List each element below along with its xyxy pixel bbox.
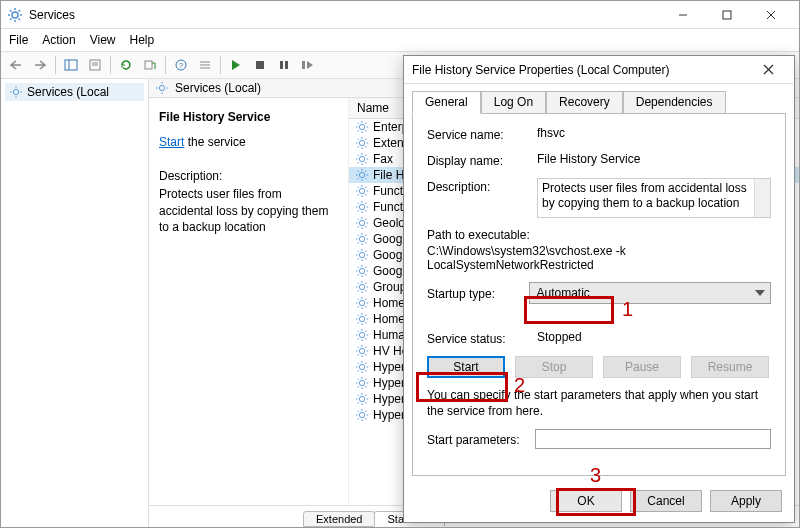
svg-line-145 [365,306,366,307]
svg-point-130 [359,284,364,289]
gear-icon [355,280,369,294]
tab-general[interactable]: General [412,91,481,114]
svg-marker-213 [755,290,765,296]
svg-point-121 [359,268,364,273]
value-display-name: File History Service [537,152,771,166]
pause-button: Pause [603,356,681,378]
svg-point-139 [359,300,364,305]
ok-button[interactable]: OK [550,490,622,512]
svg-line-137 [365,283,366,284]
label-startup: Startup type: [427,285,519,301]
nav-root[interactable]: Services (Local [5,83,144,101]
svg-rect-27 [285,61,288,69]
svg-point-49 [359,140,364,145]
params-input[interactable] [535,429,771,449]
nav-root-label: Services (Local [27,85,109,99]
label-path: Path to executable: [427,228,771,242]
service-name: Fax [373,152,393,166]
main-header-label: Services (Local) [175,81,261,95]
description-box: Protects user files from accidental loss… [537,178,771,218]
chevron-down-icon [752,285,768,301]
value-path: C:\Windows\system32\svchost.exe -k Local… [427,244,771,272]
svg-line-135 [358,283,359,284]
svg-marker-24 [232,60,240,70]
label-status: Service status: [427,330,527,346]
apply-button[interactable]: Apply [710,490,782,512]
desc-text: Protects user files from accidental loss… [159,186,338,235]
svg-line-91 [365,210,366,211]
svg-line-5 [10,10,12,12]
cancel-button[interactable]: Cancel [630,490,702,512]
gear-icon [355,120,369,134]
minimize-button[interactable] [661,3,705,27]
back-icon[interactable] [5,54,27,76]
svg-line-54 [358,139,359,140]
svg-line-81 [358,187,359,188]
refresh-icon[interactable] [115,54,137,76]
label-description: Description: [427,178,527,194]
svg-line-100 [365,226,366,227]
svg-line-102 [358,226,359,227]
properties-icon[interactable] [84,54,106,76]
dialog-close-button[interactable] [750,59,786,81]
export-icon[interactable] [139,54,161,76]
svg-line-181 [365,370,366,371]
svg-line-182 [365,363,366,364]
svg-line-172 [365,354,366,355]
list-icon[interactable] [194,54,216,76]
svg-rect-25 [256,61,264,69]
forward-icon[interactable] [29,54,51,76]
start-button[interactable]: Start [427,356,505,378]
svg-line-128 [365,267,366,268]
svg-line-109 [365,242,366,243]
menu-file[interactable]: File [9,33,28,47]
tab-logon[interactable]: Log On [481,91,546,114]
maximize-button[interactable] [705,3,749,27]
description-scrollbar[interactable] [754,179,770,217]
tab-recovery[interactable]: Recovery [546,91,623,114]
svg-line-200 [365,395,366,396]
menu-view[interactable]: View [90,33,116,47]
svg-line-119 [365,251,366,252]
svg-line-110 [365,235,366,236]
restart-icon[interactable] [297,54,319,76]
tab-dependencies[interactable]: Dependencies [623,91,726,114]
label-params: Start parameters: [427,431,525,447]
startup-combo[interactable]: Automatic [529,282,771,304]
close-button[interactable] [749,3,793,27]
pause-icon[interactable] [273,54,295,76]
svg-point-94 [359,220,364,225]
gear-icon [355,168,369,182]
svg-line-165 [358,338,359,339]
start-suffix: the service [184,135,245,149]
svg-point-166 [359,348,364,353]
svg-line-99 [358,219,359,220]
svg-line-65 [365,155,366,156]
svg-line-171 [358,347,359,348]
play-icon[interactable] [225,54,247,76]
svg-rect-13 [65,60,77,70]
gear-icon [355,136,369,150]
menu-help[interactable]: Help [130,33,155,47]
tab-extended[interactable]: Extended [303,511,375,527]
svg-text:?: ? [179,61,184,70]
stop-button: Stop [515,356,593,378]
svg-line-129 [358,274,359,275]
stop-icon[interactable] [249,54,271,76]
window-title: Services [29,8,661,22]
start-link[interactable]: Start [159,135,184,149]
nav-pane: Services (Local [1,79,149,527]
svg-line-6 [19,18,21,20]
gear-icon [355,392,369,406]
show-hide-icon[interactable] [60,54,82,76]
menu-action[interactable]: Action [42,33,75,47]
svg-line-153 [358,315,359,316]
desc-label: Description: [159,168,338,184]
svg-line-154 [365,322,366,323]
gear-icon [355,152,369,166]
svg-line-163 [365,338,366,339]
svg-line-191 [365,379,366,380]
gear-icon [355,312,369,326]
help-icon[interactable]: ? [170,54,192,76]
titlebar: Services [1,1,799,29]
